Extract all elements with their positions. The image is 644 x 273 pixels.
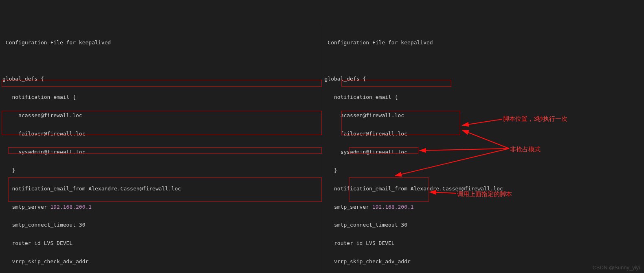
left-pane[interactable]: Configuration File for keepalived global… [0, 24, 322, 273]
code-line: acassen@firewall.loc [2, 113, 319, 119]
code-line: smtp_server 192.168.200.1 [325, 204, 642, 210]
code-line: notification_email_from Alexandre.Cassen… [2, 186, 319, 192]
annotation-track: 调用上面指定的脚本 [457, 190, 512, 197]
code-line: failover@firewall.loc [2, 131, 319, 137]
code-line [2, 58, 319, 64]
annotation-script: 脚本位置，3秒执行一次 [503, 115, 567, 122]
annotation-nopreempt: 非抢占模式 [510, 146, 541, 153]
code-line: Configuration File for keepalived [325, 40, 642, 46]
code-line: } [2, 168, 319, 174]
right-pane[interactable]: Configuration File for keepalived global… [322, 24, 644, 273]
code-line: notification_email { [2, 94, 319, 100]
code-line: router_id LVS_DEVEL [2, 240, 319, 247]
code-line: smtp_connect_timeout 30 [325, 222, 642, 228]
code-line: router_id LVS_DEVEL [325, 240, 642, 247]
code-line: Configuration File for keepalived [2, 40, 319, 46]
code-line: global_defs { [2, 76, 319, 82]
code-line: notification_email { [325, 94, 642, 100]
code-line: acassen@firewall.loc [325, 113, 642, 119]
code-line: vrrp_skip_check_adv_addr [325, 259, 642, 265]
code-line: smtp_server 192.168.200.1 [2, 204, 319, 210]
code-line: sysadmin@firewall.loc [325, 149, 642, 155]
code-line: vrrp_skip_check_adv_addr [2, 259, 319, 265]
code-line: sysadmin@firewall.loc [2, 149, 319, 155]
watermark: CSDN @Sunny_yiyi [592, 265, 640, 271]
code-line [325, 58, 642, 64]
editor-split: Configuration File for keepalived global… [0, 24, 644, 273]
code-line: } [325, 168, 642, 174]
code-line: failover@firewall.loc [325, 131, 642, 137]
code-line: smtp_connect_timeout 30 [2, 222, 319, 228]
code-line: global_defs { [325, 76, 642, 82]
